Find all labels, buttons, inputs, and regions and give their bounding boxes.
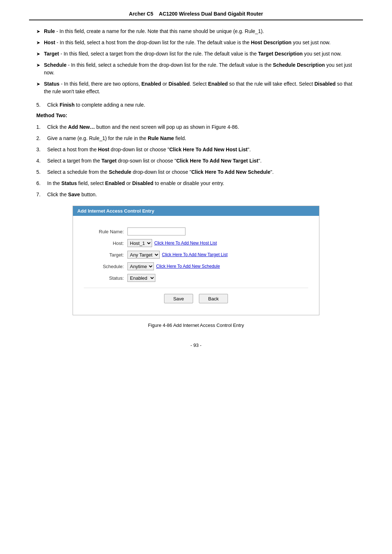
- header-bar: Archer C5 AC1200 Wireless Dual Band Giga…: [29, 11, 363, 20]
- figure-caption: Figure 4-86 Add Internet Access Control …: [36, 323, 356, 328]
- host-control: Host_1 Click Here To Add New Host List: [127, 239, 217, 247]
- host-row: Host: Host_1 Click Here To Add New Host …: [84, 239, 308, 247]
- target-select[interactable]: Any Target: [127, 251, 160, 259]
- product-name: AC1200 Wireless Dual Band Gigabit Router: [159, 11, 263, 17]
- main-content: ➤ Rule - In this field, create a name fo…: [29, 28, 363, 348]
- arrow-icon: ➤: [36, 28, 40, 35]
- back-button[interactable]: Back: [199, 294, 228, 303]
- save-button[interactable]: Save: [164, 294, 193, 303]
- arrow-icon: ➤: [36, 62, 40, 77]
- page-number: - 93 -: [36, 342, 356, 348]
- form-divider: [84, 288, 308, 288]
- bullet-rule: ➤ Rule - In this field, create a name fo…: [36, 28, 356, 35]
- schedule-link[interactable]: Click Here To Add New Schedule: [156, 264, 220, 269]
- status-row: Status: Enabled Disabled: [84, 274, 308, 282]
- rule-name-row: Rule Name:: [84, 227, 308, 235]
- status-select[interactable]: Enabled Disabled: [127, 274, 155, 282]
- host-link[interactable]: Click Here To Add New Host List: [154, 241, 217, 246]
- arrow-icon: ➤: [36, 81, 40, 95]
- rule-name-label: Rule Name:: [84, 229, 124, 234]
- bullet-status: ➤ Status - In this field, there are two …: [36, 80, 356, 95]
- panel-title: Add Internet Access Control Entry: [73, 206, 319, 216]
- step-6: 6. In the Status field, select Enabled o…: [36, 180, 356, 187]
- rule-name-input[interactable]: [127, 227, 185, 235]
- panel-body: Rule Name: Host: Host_1 Click Here To Ad…: [73, 216, 319, 315]
- target-link[interactable]: Click Here To Add New Target List: [162, 252, 228, 257]
- host-select[interactable]: Host_1: [127, 239, 152, 247]
- target-label: Target:: [84, 252, 124, 258]
- schedule-select[interactable]: Anytime: [127, 262, 154, 270]
- rule-name-control: [127, 227, 185, 235]
- schedule-control: Anytime Click Here To Add New Schedule: [127, 262, 220, 270]
- target-row: Target: Any Target Click Here To Add New…: [84, 251, 308, 259]
- bullet-target: ➤ Target - In this filed, select a targe…: [36, 50, 356, 58]
- host-label: Host:: [84, 241, 124, 246]
- step-1: 1. Click the Add New… button and the nex…: [36, 123, 356, 131]
- step-2: 2. Give a name (e.g. Rule_1) for the rul…: [36, 135, 356, 142]
- bullet-schedule: ➤ Schedule - In this field, select a sch…: [36, 61, 356, 77]
- pre-method-steps: 5. Click Finish to complete adding a new…: [36, 101, 356, 109]
- step-5-pre: 5. Click Finish to complete adding a new…: [36, 101, 356, 109]
- schedule-label: Schedule:: [84, 264, 124, 269]
- method-two-steps: 1. Click the Add New… button and the nex…: [36, 123, 356, 198]
- access-control-panel: Add Internet Access Control Entry Rule N…: [73, 206, 319, 315]
- arrow-icon: ➤: [36, 39, 40, 46]
- button-row: Save Back: [84, 294, 308, 303]
- arrow-icon: ➤: [36, 50, 40, 58]
- step-4: 4. Select a target from the Target drop-…: [36, 157, 356, 165]
- step-7: 7. Click the Save button.: [36, 191, 356, 198]
- method-two-title: Method Two:: [36, 112, 356, 118]
- schedule-row: Schedule: Anytime Click Here To Add New …: [84, 262, 308, 270]
- status-label: Status:: [84, 275, 124, 281]
- target-control: Any Target Click Here To Add New Target …: [127, 251, 228, 259]
- step-5: 5. Select a schedule from the Schedule d…: [36, 168, 356, 176]
- step-3: 3. Select a host from the Host drop-down…: [36, 146, 356, 153]
- status-control: Enabled Disabled: [127, 274, 155, 282]
- bullet-list: ➤ Rule - In this field, create a name fo…: [36, 28, 356, 95]
- model-name: Archer C5: [129, 11, 153, 17]
- bullet-host: ➤ Host - In this field, select a host fr…: [36, 39, 356, 46]
